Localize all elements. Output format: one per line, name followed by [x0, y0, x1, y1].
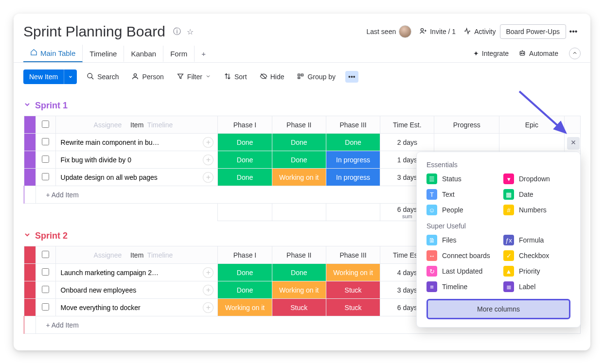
new-item-button[interactable]: New Item [23, 69, 64, 84]
row-checkbox[interactable] [42, 138, 49, 145]
tab-kanban[interactable]: Kanban [124, 46, 163, 62]
item-name[interactable]: Fix bug with divide by 0 [61, 156, 132, 164]
row-checkbox[interactable] [42, 268, 49, 276]
sort-button[interactable]: Sort [221, 70, 250, 84]
column-phase2[interactable]: Phase II [272, 116, 326, 134]
phase2-status[interactable]: Done [272, 151, 326, 169]
column-epic[interactable]: Epic [499, 116, 565, 134]
column-type-option[interactable]: #Numbers [503, 205, 570, 215]
column-type-option[interactable]: ≡Timeline [426, 281, 494, 292]
phase3-status[interactable]: Done [326, 134, 380, 151]
new-item-dropdown[interactable] [64, 69, 77, 84]
phase2-status[interactable]: Stuck [272, 299, 326, 316]
more-columns-button[interactable]: More columns [426, 299, 570, 319]
add-subitem-icon[interactable]: + [203, 267, 213, 278]
add-subitem-icon[interactable]: + [203, 285, 213, 295]
phase2-status[interactable]: Working on it [272, 169, 326, 186]
column-type-icon: 🗎 [426, 235, 437, 245]
phase1-status[interactable]: Working on it [218, 299, 272, 316]
column-time-est[interactable]: Time Est. [380, 116, 434, 134]
powerups-button[interactable]: Board Power-Ups [500, 24, 567, 39]
column-phase1[interactable]: Phase I [218, 116, 272, 134]
column-type-option[interactable]: ▲Priority [503, 266, 570, 277]
column-phase2[interactable]: Phase II [272, 246, 326, 264]
phase3-status[interactable]: Stuck [326, 281, 380, 299]
hide-button[interactable]: Hide [257, 70, 287, 84]
automate-button[interactable]: Automate [518, 49, 558, 58]
time-est-cell[interactable]: 2 days [380, 134, 434, 151]
item-name[interactable]: Update design on all web pages [61, 173, 158, 181]
close-add-column[interactable] [567, 137, 580, 150]
phase1-status[interactable]: Done [218, 151, 272, 169]
column-type-option[interactable]: ☰Status [426, 173, 494, 184]
tab-form[interactable]: Form [163, 46, 195, 62]
svg-rect-7 [302, 74, 303, 76]
item-name[interactable]: Move everything to docker [61, 304, 141, 312]
column-phase1[interactable]: Phase I [218, 246, 272, 264]
column-type-option[interactable]: ▦Date [503, 189, 570, 200]
column-type-option[interactable]: 🗎Files [426, 235, 494, 245]
add-subitem-icon[interactable]: + [203, 172, 213, 183]
table-row[interactable]: Rewrite main component in bu…+ Done Done… [24, 134, 581, 151]
invite-button[interactable]: Invite / 1 [419, 27, 456, 36]
column-item[interactable]: Assignee Item Timeline [55, 116, 218, 134]
phase3-status[interactable]: In progress [326, 169, 380, 186]
person-icon [131, 72, 139, 82]
column-type-option[interactable]: ☺People [426, 205, 494, 215]
row-checkbox[interactable] [42, 173, 49, 180]
row-checkbox[interactable] [42, 156, 49, 163]
phase1-status[interactable]: Done [218, 169, 272, 186]
tab-main-table[interactable]: Main Table [23, 45, 83, 62]
collapse-button[interactable] [569, 48, 581, 59]
person-filter-button[interactable]: Person [128, 70, 166, 84]
column-type-option[interactable]: ↻Last Updated [426, 266, 494, 277]
group-by-button[interactable]: Group by [294, 70, 338, 84]
item-name[interactable]: Onboard new employees [61, 286, 137, 294]
phase1-status[interactable]: Done [218, 281, 272, 299]
phase2-status[interactable]: Done [272, 134, 326, 151]
group-title[interactable]: Sprint 1 [23, 97, 581, 116]
phase3-status[interactable]: Working on it [326, 264, 380, 281]
phase1-status[interactable]: Done [218, 264, 272, 281]
activity-button[interactable]: Activity [463, 27, 496, 36]
add-subitem-icon[interactable]: + [203, 155, 213, 165]
row-checkbox[interactable] [42, 303, 49, 311]
phase2-status[interactable]: Working on it [272, 281, 326, 299]
column-progress[interactable]: Progress [434, 116, 499, 134]
info-icon[interactable]: ⓘ [173, 27, 181, 37]
toolbar-more-button[interactable]: ••• [345, 71, 358, 83]
select-all-checkbox[interactable] [42, 251, 49, 258]
column-phase3[interactable]: Phase III [326, 116, 380, 134]
phase3-status[interactable]: Stuck [326, 299, 380, 316]
add-view-button[interactable]: + [195, 46, 213, 62]
column-type-option[interactable]: ▾Dropdown [503, 173, 570, 184]
column-type-option[interactable]: ƒxFormula [503, 235, 570, 245]
more-menu-button[interactable]: ••• [566, 24, 581, 39]
phase1-status[interactable]: Done [218, 134, 272, 151]
star-icon[interactable]: ☆ [187, 27, 194, 36]
column-type-option[interactable]: ✓Checkbox [503, 250, 570, 261]
add-column-button[interactable] [564, 116, 580, 134]
column-type-label: Numbers [519, 206, 547, 214]
add-subitem-icon[interactable]: + [203, 137, 213, 148]
column-type-option[interactable]: ≣Label [503, 281, 570, 292]
progress-cell[interactable] [434, 134, 499, 151]
column-phase3[interactable]: Phase III [326, 246, 380, 264]
column-type-option[interactable]: TText [426, 189, 494, 200]
select-all-checkbox[interactable] [42, 121, 49, 128]
phase3-status[interactable]: In progress [326, 151, 380, 169]
search-button[interactable]: Search [84, 70, 122, 84]
last-seen[interactable]: Last seen [367, 25, 412, 38]
row-checkbox[interactable] [42, 286, 49, 293]
integrate-button[interactable]: ✦ Integrate [473, 50, 509, 57]
filter-button[interactable]: Filter [174, 70, 214, 84]
phase2-status[interactable]: Done [272, 264, 326, 281]
add-subitem-icon[interactable]: + [203, 302, 213, 313]
column-type-option[interactable]: ↔Connect boards [426, 250, 494, 261]
item-name[interactable]: Rewrite main component in bu… [61, 139, 160, 146]
tab-timeline[interactable]: Timeline [83, 46, 124, 62]
column-item[interactable]: Assignee Item Timeline [55, 246, 218, 264]
home-icon [30, 49, 37, 57]
item-name[interactable]: Launch marketing campaign 2… [61, 269, 159, 277]
epic-cell[interactable] [499, 134, 565, 151]
